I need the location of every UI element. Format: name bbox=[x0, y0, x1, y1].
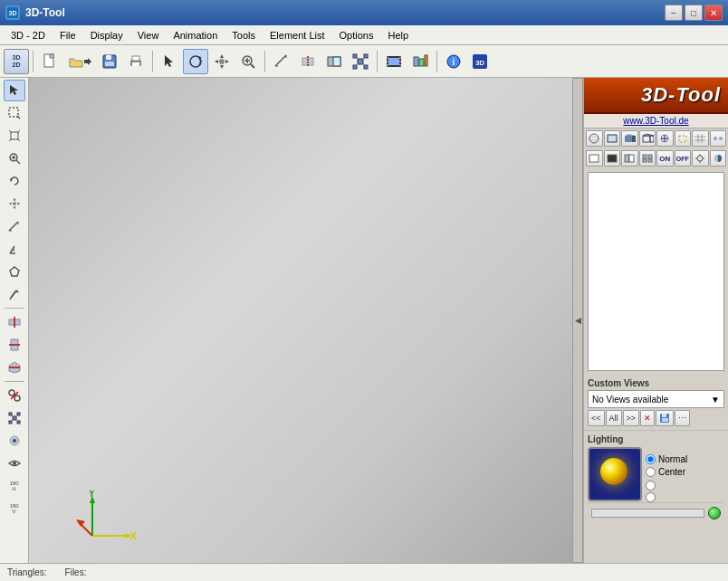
views-more-btn[interactable]: ⋯ bbox=[675, 410, 690, 426]
size-button[interactable] bbox=[407, 49, 433, 74]
website-link[interactable]: www.3D-Tool.de bbox=[584, 114, 728, 129]
view-mode-3[interactable] bbox=[621, 150, 638, 167]
save-button[interactable] bbox=[97, 49, 122, 74]
view-wire-btn[interactable] bbox=[639, 130, 656, 147]
custom-views-dropdown[interactable]: No Views available ▼ bbox=[588, 390, 724, 408]
lighting-extra-radio-2[interactable] bbox=[646, 492, 656, 502]
lt-pan[interactable] bbox=[4, 193, 25, 214]
svg-line-73 bbox=[10, 298, 11, 300]
lt-measure-angle[interactable] bbox=[4, 238, 25, 260]
menu-display[interactable]: Display bbox=[83, 28, 130, 43]
svg-rect-111 bbox=[679, 136, 686, 142]
view-on-btn[interactable]: ON bbox=[656, 150, 674, 167]
view-settings-btn[interactable] bbox=[692, 150, 709, 167]
lt-pointer[interactable] bbox=[4, 80, 25, 101]
svg-point-81 bbox=[14, 395, 20, 401]
view-off-btn[interactable]: OFF bbox=[675, 150, 692, 167]
menu-options[interactable]: Options bbox=[332, 28, 381, 43]
lt-rotate[interactable] bbox=[4, 170, 25, 192]
menu-animation[interactable]: Animation bbox=[166, 28, 225, 43]
lt-zoom-in[interactable] bbox=[4, 148, 25, 169]
pan-button[interactable] bbox=[209, 49, 235, 74]
rotate-button[interactable] bbox=[183, 49, 208, 74]
lt-180h[interactable]: 180H bbox=[4, 475, 25, 497]
clip-button[interactable] bbox=[321, 49, 347, 74]
panel-icon-row-1 bbox=[584, 129, 728, 148]
menu-help[interactable]: Help bbox=[380, 28, 416, 43]
lt-180v[interactable]: 180V bbox=[4, 498, 25, 519]
svg-point-100 bbox=[589, 137, 599, 140]
lt-zoom-window[interactable] bbox=[4, 102, 25, 124]
close-button[interactable]: ✕ bbox=[704, 5, 723, 21]
lt-select-part[interactable] bbox=[4, 430, 25, 452]
lt-section-y[interactable] bbox=[4, 334, 25, 356]
svg-point-117 bbox=[719, 137, 723, 140]
lighting-extra-row-2 bbox=[646, 492, 687, 502]
view-half-btn[interactable] bbox=[710, 150, 727, 167]
view-bounding-btn[interactable] bbox=[675, 130, 692, 147]
menu-3d-2d[interactable]: 3D - 2D bbox=[4, 28, 53, 43]
svg-marker-98 bbox=[76, 519, 85, 527]
lt-measure-dist[interactable] bbox=[4, 215, 25, 237]
open-button[interactable] bbox=[63, 49, 96, 74]
menu-tools[interactable]: Tools bbox=[225, 28, 263, 43]
svg-text:i: i bbox=[453, 57, 455, 67]
view-mode-4[interactable] bbox=[639, 150, 656, 167]
views-delete-btn[interactable]: ✕ bbox=[640, 410, 655, 426]
3dview-button[interactable]: 3D bbox=[467, 49, 493, 74]
lt-hide[interactable] bbox=[4, 452, 25, 474]
svg-rect-84 bbox=[9, 413, 12, 415]
view-faces-btn[interactable] bbox=[586, 130, 603, 147]
svg-rect-105 bbox=[643, 136, 650, 142]
new-button[interactable] bbox=[37, 49, 62, 74]
lt-measure-area[interactable] bbox=[4, 261, 25, 282]
views-save-btn[interactable] bbox=[656, 410, 674, 426]
maximize-button[interactable]: □ bbox=[685, 5, 703, 21]
svg-rect-30 bbox=[353, 54, 357, 58]
toolbar-3d-2d-label[interactable]: 3D2D bbox=[4, 49, 29, 74]
lighting-center-radio[interactable] bbox=[646, 467, 656, 477]
custom-views-section: Custom Views No Views available ▼ << All… bbox=[584, 375, 728, 430]
select-button[interactable] bbox=[157, 49, 182, 74]
sphere-highlight bbox=[600, 458, 627, 485]
panel-icon-row-2: ON OFF bbox=[584, 148, 728, 168]
views-all-btn[interactable]: All bbox=[606, 410, 622, 426]
views-prev-btn[interactable]: << bbox=[588, 410, 605, 426]
lt-explode[interactable] bbox=[4, 407, 25, 429]
measure-button[interactable] bbox=[269, 49, 294, 74]
views-next-btn[interactable]: >> bbox=[623, 410, 640, 426]
viewport[interactable]: Y X bbox=[29, 78, 572, 563]
toolbar-separator-2 bbox=[152, 51, 153, 72]
panel-toggle-button[interactable]: ◀ bbox=[572, 78, 583, 563]
print-button[interactable] bbox=[123, 49, 148, 74]
lt-section-z[interactable] bbox=[4, 357, 25, 378]
menu-file[interactable]: File bbox=[53, 28, 83, 43]
lt-clip[interactable] bbox=[4, 385, 25, 406]
lt-fit[interactable] bbox=[4, 125, 25, 147]
minimize-button[interactable]: − bbox=[665, 5, 683, 21]
svg-line-22 bbox=[275, 55, 286, 66]
menu-element-list[interactable]: Element List bbox=[263, 28, 332, 43]
view-mode-2[interactable] bbox=[604, 150, 621, 167]
lighting-sphere[interactable] bbox=[588, 447, 642, 501]
view-edges-btn[interactable] bbox=[604, 130, 621, 147]
lt-annotate[interactable] bbox=[4, 283, 25, 305]
view-grid-btn[interactable] bbox=[692, 130, 709, 147]
view-extra-btn[interactable] bbox=[710, 130, 727, 147]
explode-button[interactable] bbox=[348, 49, 373, 74]
svg-marker-16 bbox=[225, 60, 229, 63]
section-button[interactable] bbox=[295, 49, 321, 74]
film-button[interactable] bbox=[381, 49, 407, 74]
menu-view[interactable]: View bbox=[130, 28, 167, 43]
lt-section-x[interactable] bbox=[4, 311, 25, 333]
svg-marker-62 bbox=[13, 198, 15, 201]
lighting-extra-radio-1[interactable] bbox=[646, 481, 656, 491]
info-button[interactable]: i bbox=[441, 49, 466, 74]
view-solid-btn[interactable] bbox=[621, 130, 638, 147]
zoom-button[interactable] bbox=[235, 49, 261, 74]
view-xray-btn[interactable] bbox=[656, 130, 674, 147]
logo-area: 3D-Tool bbox=[584, 78, 728, 114]
svg-text:3D: 3D bbox=[9, 10, 17, 16]
lighting-normal-radio[interactable] bbox=[646, 454, 656, 464]
view-mode-1[interactable] bbox=[586, 150, 603, 167]
